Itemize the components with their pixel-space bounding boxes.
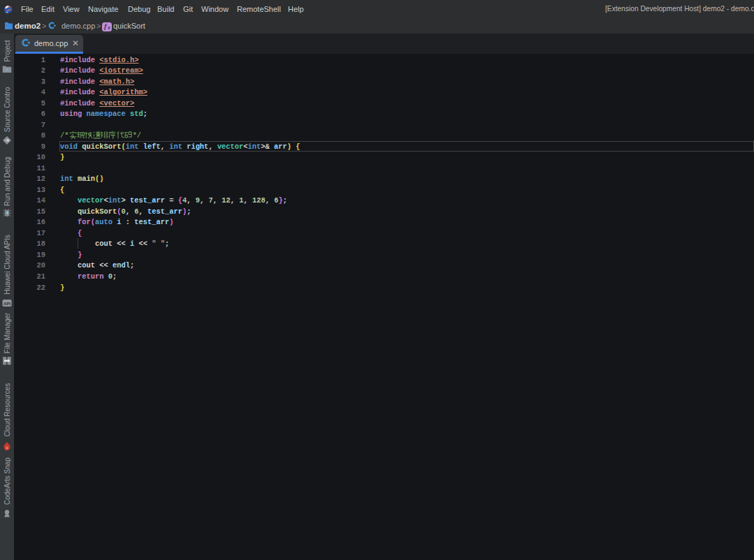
svg-text:API: API [3, 301, 10, 305]
